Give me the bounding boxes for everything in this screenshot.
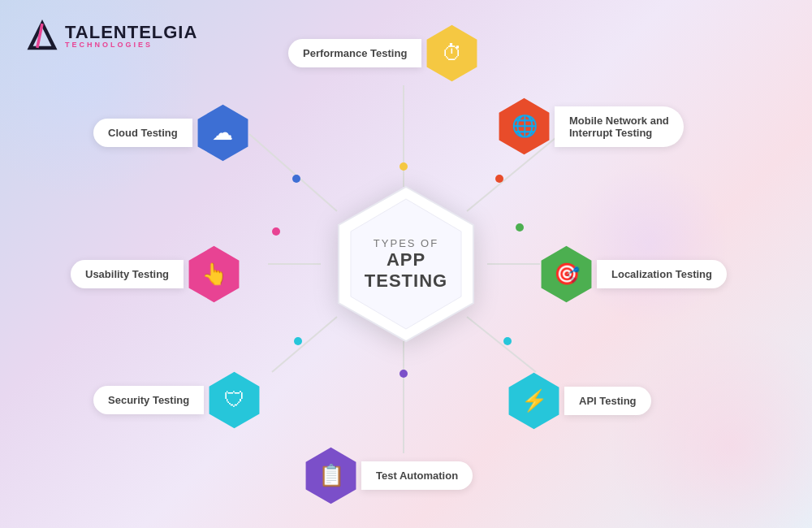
automation-icon: 📋 bbox=[318, 463, 344, 488]
automation-badge: 📋 bbox=[300, 445, 361, 506]
node-cloud: Cloud Testing ☁ bbox=[93, 102, 253, 163]
node-security: Security Testing 🛡 bbox=[93, 370, 265, 431]
node-automation: 📋 Test Automation bbox=[300, 445, 473, 506]
localization-badge: 🎯 bbox=[536, 244, 597, 305]
svg-line-9 bbox=[249, 134, 337, 211]
logo-icon bbox=[24, 18, 60, 54]
svg-point-15 bbox=[294, 337, 302, 345]
mobile-label: Mobile Network andInterrupt Testing bbox=[555, 106, 684, 147]
security-badge: 🛡 bbox=[204, 370, 265, 431]
svg-point-10 bbox=[400, 162, 408, 171]
security-label: Security Testing bbox=[93, 386, 204, 414]
svg-point-12 bbox=[516, 223, 524, 232]
logo-name: TALENTELGIA bbox=[65, 24, 197, 41]
center-label: TYPES OF APP TESTING bbox=[365, 237, 447, 292]
performance-label: Performance Testing bbox=[288, 39, 421, 67]
app-label: APP bbox=[365, 249, 447, 270]
node-performance: Performance Testing ⏱ bbox=[288, 23, 482, 84]
mobile-badge: 🌐 bbox=[494, 96, 555, 157]
security-icon: 🛡 bbox=[224, 387, 245, 413]
api-label: API Testing bbox=[564, 387, 651, 415]
node-usability: Usability Testing 👆 bbox=[71, 244, 244, 305]
svg-point-13 bbox=[503, 337, 512, 345]
node-localization: 🎯 Localization Testing bbox=[536, 244, 727, 305]
performance-badge: ⏱ bbox=[421, 23, 482, 84]
svg-point-17 bbox=[292, 175, 300, 183]
svg-point-14 bbox=[400, 370, 408, 378]
logo: TALENTELGIA TECHNOLOGIES bbox=[24, 18, 197, 54]
logo-text: TALENTELGIA TECHNOLOGIES bbox=[65, 24, 197, 49]
performance-icon: ⏱ bbox=[442, 41, 463, 66]
logo-subtitle: TECHNOLOGIES bbox=[65, 41, 197, 49]
svg-point-16 bbox=[272, 227, 280, 236]
svg-point-11 bbox=[495, 175, 503, 183]
usability-label: Usability Testing bbox=[71, 260, 184, 288]
cloud-label: Cloud Testing bbox=[93, 119, 192, 147]
types-of-label: TYPES OF bbox=[365, 237, 447, 249]
cloud-badge: ☁ bbox=[192, 102, 253, 163]
mobile-icon: 🌐 bbox=[512, 114, 538, 139]
cloud-icon: ☁ bbox=[212, 120, 233, 145]
center-hexagon: TYPES OF APP TESTING bbox=[325, 183, 487, 345]
testing-label: TESTING bbox=[365, 270, 447, 292]
localization-label: Localization Testing bbox=[597, 260, 727, 288]
api-badge: ⚡ bbox=[503, 370, 564, 431]
node-api: ⚡ API Testing bbox=[503, 370, 651, 431]
node-mobile: 🌐 Mobile Network andInterrupt Testing bbox=[494, 96, 684, 157]
usability-icon: 👆 bbox=[201, 262, 227, 287]
localization-icon: 🎯 bbox=[554, 262, 580, 287]
usability-badge: 👆 bbox=[184, 244, 244, 305]
automation-label: Test Automation bbox=[361, 461, 473, 490]
api-icon: ⚡ bbox=[521, 388, 547, 413]
